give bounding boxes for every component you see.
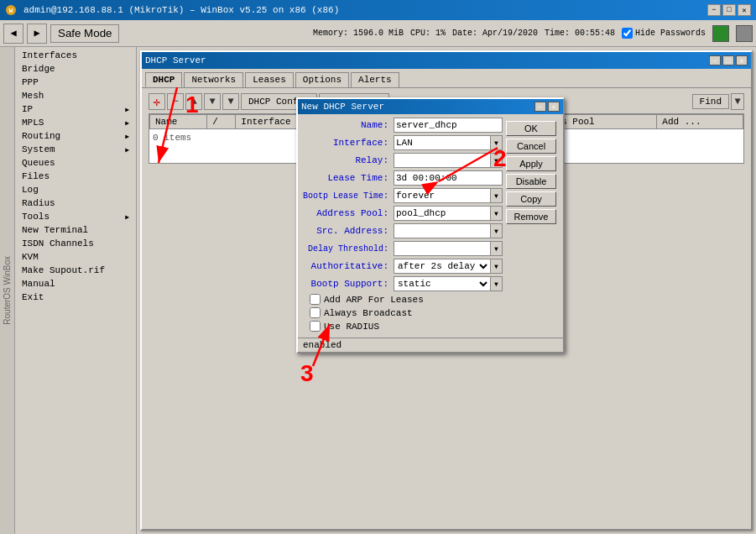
sidebar-item-label: PPP xyxy=(22,77,39,87)
tab-options[interactable]: Options xyxy=(295,72,349,87)
back-button[interactable]: ◀ xyxy=(3,24,23,44)
sidebar-item-queues[interactable]: Queues xyxy=(15,156,136,170)
relay-field[interactable] xyxy=(394,153,491,168)
dhcp-minimize-btn[interactable]: − xyxy=(709,55,721,65)
add-button[interactable]: ✛ xyxy=(149,93,165,110)
dialog-title-bar: New DHCP Server − ✕ xyxy=(298,99,563,114)
always-broadcast-row: Always Broadcast xyxy=(301,307,503,318)
more-options-button[interactable]: ▼ xyxy=(731,93,744,110)
sidebar-item-mesh[interactable]: Mesh xyxy=(15,89,136,102)
sidebar-item-log[interactable]: Log xyxy=(15,183,136,196)
delay-threshold-dropdown-btn[interactable]: ▼ xyxy=(491,241,503,256)
sidebar-item-ppp[interactable]: PPP xyxy=(15,76,136,89)
bootp-support-label: Bootp Support: xyxy=(301,279,394,289)
dhcp-maximize-btn[interactable]: □ xyxy=(722,55,734,65)
sidebar-item-label: Make Supout.rif xyxy=(22,265,105,275)
dhcp-window-controls: − □ ✕ xyxy=(709,55,748,65)
src-address-row: Src. Address: ▼ xyxy=(301,223,503,238)
svg-text:W: W xyxy=(9,7,13,14)
window-controls: − □ ✕ xyxy=(707,4,751,16)
col-sort[interactable]: / xyxy=(207,115,236,129)
sidebar-item-system[interactable]: System xyxy=(15,143,136,156)
hide-passwords-control[interactable]: Hide Passwords xyxy=(622,28,706,39)
ok-button[interactable]: OK xyxy=(506,121,556,136)
bootp-lease-dropdown-btn[interactable]: ▼ xyxy=(491,188,503,203)
sidebar: Interfaces Bridge PPP Mesh IP MPLS Routi… xyxy=(15,47,137,534)
delay-threshold-select-wrap: ▼ xyxy=(394,241,503,256)
dhcp-close-btn[interactable]: ✕ xyxy=(736,55,748,65)
dhcp-window-title-text: DHCP Server xyxy=(145,55,709,65)
close-btn[interactable]: ✕ xyxy=(738,4,751,16)
dialog-body: Name: Interface: ▼ Relay: xyxy=(298,114,563,338)
safe-mode-button[interactable]: Safe Mode xyxy=(50,24,119,43)
sidebar-item-kvm[interactable]: KVM xyxy=(15,250,136,264)
find-button[interactable]: Find xyxy=(692,94,729,109)
remove-button[interactable]: − xyxy=(167,93,184,110)
routeros-label: RouterOS WinBox xyxy=(3,256,12,325)
forward-button[interactable]: ▶ xyxy=(27,24,47,44)
tab-dhcp[interactable]: DHCP xyxy=(145,72,182,87)
cancel-button[interactable]: Cancel xyxy=(506,139,556,154)
authoritative-row: Authoritative: after 2s delay yes no ▼ xyxy=(301,259,503,274)
lease-time-label: Lease Time: xyxy=(301,173,394,183)
interface-field[interactable] xyxy=(394,135,491,150)
authoritative-select-wrap: after 2s delay yes no ▼ xyxy=(394,259,503,274)
sidebar-item-ip[interactable]: IP xyxy=(15,102,136,116)
sidebar-item-manual[interactable]: Manual xyxy=(15,277,136,291)
arp-leases-checkbox[interactable] xyxy=(310,294,321,305)
always-broadcast-checkbox[interactable] xyxy=(310,307,321,318)
address-pool-field[interactable] xyxy=(394,206,491,221)
sidebar-item-make-supout[interactable]: Make Supout.rif xyxy=(15,264,136,277)
apply-button[interactable]: Apply xyxy=(506,156,556,171)
sidebar-item-interfaces[interactable]: Interfaces xyxy=(15,49,136,62)
sidebar-item-label: ISDN Channels xyxy=(22,238,94,249)
dialog-window-controls: − ✕ xyxy=(534,102,560,112)
delay-threshold-field[interactable] xyxy=(394,241,491,256)
sidebar-item-new-terminal[interactable]: New Terminal xyxy=(15,223,136,237)
relay-dropdown-btn[interactable]: ▼ xyxy=(491,153,503,168)
hide-passwords-checkbox[interactable] xyxy=(622,28,633,39)
cpu-info: CPU: 1% xyxy=(410,29,446,38)
tab-alerts[interactable]: Alerts xyxy=(351,72,399,87)
authoritative-select[interactable]: after 2s delay yes no xyxy=(394,259,491,274)
tab-networks[interactable]: Networks xyxy=(184,72,243,87)
tab-leases[interactable]: Leases xyxy=(245,72,294,87)
interface-dropdown-btn[interactable]: ▼ xyxy=(491,135,503,150)
filter-button[interactable]: ▼ xyxy=(222,93,239,110)
bootp-lease-time-field[interactable] xyxy=(394,188,491,203)
copy-button[interactable]: Copy xyxy=(506,191,556,207)
bootp-support-select[interactable]: static dynamic none xyxy=(394,276,491,291)
remove-button[interactable]: Remove xyxy=(506,209,556,224)
maximize-btn[interactable]: □ xyxy=(722,4,736,16)
title-bar: W admin@192.168.88.1 (MikroTik) – WinBox… xyxy=(0,0,756,20)
col-add[interactable]: Add ... xyxy=(657,115,743,129)
down-button[interactable]: ▼ xyxy=(204,93,221,110)
address-pool-dropdown-btn[interactable]: ▼ xyxy=(491,206,503,221)
always-broadcast-label: Always Broadcast xyxy=(324,308,413,318)
dialog-close-btn[interactable]: ✕ xyxy=(548,102,560,112)
bootp-support-dropdown-btn[interactable]: ▼ xyxy=(491,276,503,291)
use-radius-checkbox[interactable] xyxy=(310,321,321,332)
sidebar-item-mpls[interactable]: MPLS xyxy=(15,116,136,129)
up-button[interactable]: ▲ xyxy=(185,93,202,110)
security-icon xyxy=(712,25,729,42)
sidebar-item-radius[interactable]: Radius xyxy=(15,196,136,210)
sidebar-item-exit[interactable]: Exit xyxy=(15,291,136,304)
sidebar-item-routing[interactable]: Routing xyxy=(15,129,136,143)
sidebar-item-isdn[interactable]: ISDN Channels xyxy=(15,237,136,250)
lease-time-field[interactable] xyxy=(394,170,503,186)
sidebar-item-tools[interactable]: Tools xyxy=(15,210,136,223)
date-info: Date: Apr/19/2020 xyxy=(452,29,538,38)
col-name[interactable]: Name xyxy=(150,115,207,129)
sidebar-item-files[interactable]: Files xyxy=(15,170,136,183)
src-address-field[interactable] xyxy=(394,223,491,238)
sidebar-item-label: Radius xyxy=(22,198,55,208)
dialog-minimize-btn[interactable]: − xyxy=(534,102,546,112)
disable-button[interactable]: Disable xyxy=(506,174,556,189)
minimize-btn[interactable]: − xyxy=(707,4,721,16)
name-field[interactable] xyxy=(394,118,503,133)
src-address-dropdown-btn[interactable]: ▼ xyxy=(491,223,503,238)
authoritative-dropdown-btn[interactable]: ▼ xyxy=(491,259,503,274)
sidebar-item-bridge[interactable]: Bridge xyxy=(15,62,136,76)
dhcp-tabs: DHCP Networks Leases Options Alerts xyxy=(142,69,751,87)
